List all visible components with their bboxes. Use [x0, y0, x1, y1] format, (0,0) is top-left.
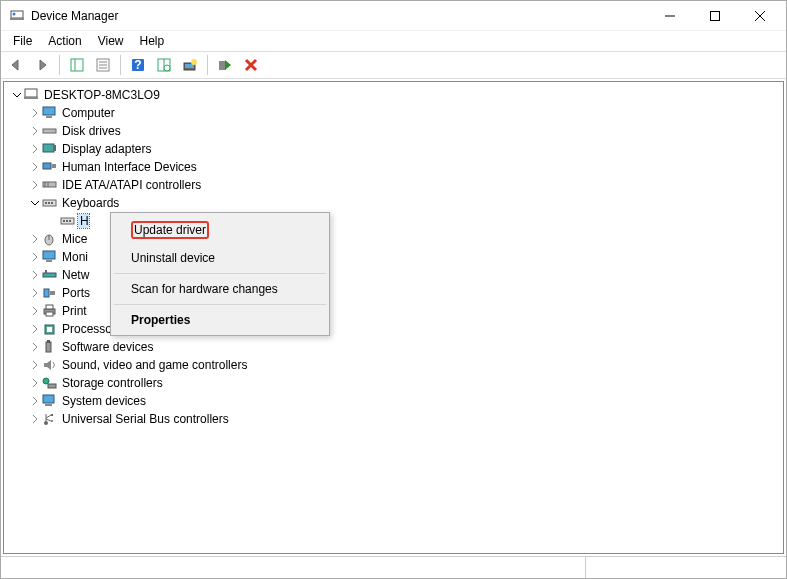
chevron-right-icon[interactable]	[28, 304, 42, 318]
node-label: Moni	[60, 250, 88, 264]
chevron-right-icon[interactable]	[28, 322, 42, 336]
chevron-right-icon[interactable]	[28, 268, 42, 282]
chevron-right-icon[interactable]	[28, 340, 42, 354]
node-storage[interactable]: Storage controllers	[6, 374, 781, 392]
keyboard-icon	[42, 196, 58, 210]
svg-rect-24	[25, 89, 37, 97]
menu-view[interactable]: View	[90, 32, 132, 50]
node-system[interactable]: System devices	[6, 392, 781, 410]
node-label: Human Interface Devices	[60, 160, 197, 174]
cm-properties[interactable]: Properties	[113, 307, 327, 333]
hid-icon	[42, 160, 58, 174]
node-label: Storage controllers	[60, 376, 163, 390]
chevron-right-icon[interactable]	[28, 250, 42, 264]
node-sound[interactable]: Sound, video and game controllers	[6, 356, 781, 374]
svg-point-64	[44, 421, 48, 425]
chevron-right-icon[interactable]	[28, 178, 42, 192]
toolbar: ?	[1, 51, 786, 79]
update-driver-button[interactable]	[178, 53, 202, 77]
svg-line-66	[46, 415, 51, 418]
svg-rect-7	[71, 59, 83, 71]
svg-rect-42	[63, 220, 65, 222]
close-button[interactable]	[737, 2, 782, 30]
node-disk-drives[interactable]: Disk drives	[6, 122, 781, 140]
ports-icon	[42, 286, 58, 300]
chevron-right-icon[interactable]	[28, 376, 42, 390]
node-label: Computer	[60, 106, 115, 120]
menu-help[interactable]: Help	[132, 32, 173, 50]
chevron-right-icon[interactable]	[28, 412, 42, 426]
monitor-icon	[42, 106, 58, 120]
toolbar-sep	[59, 55, 60, 75]
node-computer[interactable]: Computer	[6, 104, 781, 122]
chevron-down-icon[interactable]	[10, 88, 24, 102]
node-label: Keyboards	[60, 196, 119, 210]
svg-rect-52	[50, 291, 55, 295]
minimize-button[interactable]	[647, 2, 692, 30]
node-label: Universal Serial Bus controllers	[60, 412, 229, 426]
status-bar	[1, 556, 786, 578]
chevron-right-icon[interactable]	[28, 394, 42, 408]
node-label: Display adapters	[60, 142, 151, 156]
root-node[interactable]: DESKTOP-8MC3LO9	[6, 86, 781, 104]
svg-rect-4	[710, 11, 719, 20]
svg-rect-31	[54, 145, 56, 151]
show-hide-tree-button[interactable]	[65, 53, 89, 77]
window-controls	[647, 2, 782, 30]
chevron-right-icon[interactable]	[28, 106, 42, 120]
window-title: Device Manager	[31, 9, 647, 23]
help-button[interactable]: ?	[126, 53, 150, 77]
device-manager-window: Device Manager File Action View Help	[0, 0, 787, 579]
chevron-down-icon[interactable]	[28, 196, 42, 210]
svg-rect-38	[45, 202, 47, 204]
menu-action[interactable]: Action	[40, 32, 89, 50]
keyboard-icon	[60, 214, 76, 228]
menu-file[interactable]: File	[5, 32, 40, 50]
svg-rect-55	[46, 312, 53, 316]
enable-device-button[interactable]	[213, 53, 237, 77]
node-label: Ports	[60, 286, 90, 300]
node-software-devices[interactable]: Software devices	[6, 338, 781, 356]
chevron-right-icon[interactable]	[28, 286, 42, 300]
svg-point-29	[53, 130, 55, 132]
cm-uninstall-device[interactable]: Uninstall device	[113, 245, 327, 271]
node-keyboards[interactable]: Keyboards	[6, 194, 781, 212]
speaker-icon	[42, 358, 58, 372]
cm-scan-hardware[interactable]: Scan for hardware changes	[113, 276, 327, 302]
svg-rect-61	[48, 384, 56, 388]
svg-rect-40	[51, 202, 53, 204]
node-label: Sound, video and game controllers	[60, 358, 247, 372]
cpu-icon	[42, 322, 58, 336]
device-tree-panel[interactable]: DESKTOP-8MC3LO9 Computer Disk drives Dis…	[3, 81, 784, 554]
chevron-right-icon[interactable]	[28, 124, 42, 138]
node-hid[interactable]: Human Interface Devices	[6, 158, 781, 176]
svg-rect-39	[48, 202, 50, 204]
chevron-right-icon[interactable]	[28, 160, 42, 174]
chevron-right-icon[interactable]	[28, 358, 42, 372]
spacer	[46, 214, 60, 228]
properties-button[interactable]	[91, 53, 115, 77]
computer-icon	[24, 88, 40, 102]
uninstall-device-button[interactable]	[239, 53, 263, 77]
svg-rect-33	[52, 164, 56, 168]
scan-hardware-button[interactable]	[152, 53, 176, 77]
node-ide[interactable]: IDE ATA/ATAPI controllers	[6, 176, 781, 194]
back-button[interactable]	[4, 53, 28, 77]
mouse-icon	[42, 232, 58, 246]
svg-line-67	[46, 419, 51, 421]
app-icon	[9, 8, 25, 24]
node-label: DESKTOP-8MC3LO9	[42, 88, 160, 102]
svg-rect-44	[69, 220, 71, 222]
node-usb[interactable]: Universal Serial Bus controllers	[6, 410, 781, 428]
svg-rect-47	[43, 251, 55, 259]
cm-update-driver[interactable]: Update driver	[113, 215, 327, 245]
svg-rect-1	[10, 18, 24, 20]
svg-rect-57	[47, 327, 52, 332]
chevron-right-icon[interactable]	[28, 142, 42, 156]
menu-bar: File Action View Help	[1, 31, 786, 51]
node-display-adapters[interactable]: Display adapters	[6, 140, 781, 158]
forward-button[interactable]	[30, 53, 54, 77]
maximize-button[interactable]	[692, 2, 737, 30]
svg-point-20	[191, 59, 197, 65]
chevron-right-icon[interactable]	[28, 232, 42, 246]
